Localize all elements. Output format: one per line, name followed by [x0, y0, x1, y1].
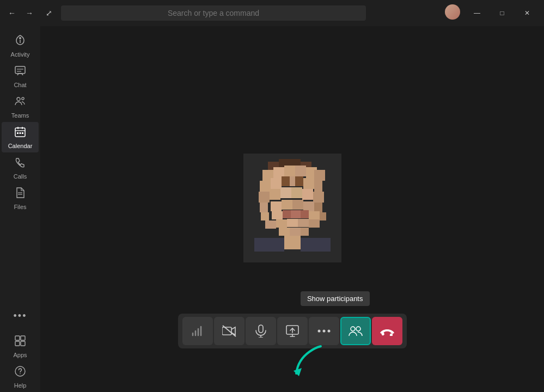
apps-label: Apps	[13, 352, 27, 358]
close-button[interactable]: ✕	[515, 4, 540, 22]
svg-rect-36	[290, 176, 295, 186]
sidebar-item-calls[interactable]: Calls	[2, 152, 39, 183]
files-label: Files	[14, 204, 26, 210]
sidebar: Activity Chat Te	[0, 26, 40, 392]
svg-point-6	[22, 97, 24, 99]
sidebar-item-more[interactable]: •••	[2, 301, 39, 331]
calls-icon	[14, 156, 26, 171]
svg-rect-11	[17, 132, 19, 134]
search-input[interactable]	[61, 5, 366, 21]
activity-icon	[14, 34, 26, 49]
participant-video	[243, 154, 341, 262]
svg-rect-45	[313, 192, 324, 203]
svg-rect-47	[271, 201, 282, 211]
svg-rect-59	[265, 220, 276, 229]
files-icon	[14, 187, 26, 201]
calls-label: Calls	[14, 173, 27, 180]
svg-point-0	[19, 37, 21, 39]
svg-point-84	[356, 327, 360, 331]
svg-rect-50	[303, 201, 314, 211]
back-button[interactable]: ←	[4, 5, 20, 21]
calendar-icon	[14, 126, 26, 140]
svg-rect-41	[270, 189, 280, 200]
svg-rect-65	[290, 228, 301, 236]
svg-rect-30	[295, 166, 306, 176]
svg-rect-55	[291, 210, 301, 218]
svg-rect-57	[309, 211, 320, 219]
svg-rect-35	[282, 176, 290, 186]
svg-rect-32	[314, 170, 325, 181]
titlebar: ← → ⤢ — □ ✕	[0, 0, 544, 26]
svg-rect-12	[20, 132, 21, 134]
forward-button[interactable]: →	[22, 5, 37, 21]
arrow-indicator	[288, 335, 332, 381]
svg-point-21	[20, 373, 21, 374]
participants-tooltip: Show participants	[301, 291, 370, 306]
svg-rect-34	[271, 178, 282, 189]
calendar-label: Calendar	[8, 143, 33, 149]
nav-buttons: ← →	[4, 5, 37, 21]
svg-rect-48	[282, 200, 292, 210]
svg-rect-40	[259, 192, 270, 203]
activity-label: Activity	[11, 51, 30, 58]
participant-container	[243, 154, 341, 265]
svg-rect-49	[292, 200, 303, 210]
svg-rect-16	[15, 336, 20, 340]
svg-rect-67	[254, 238, 284, 252]
svg-point-5	[17, 97, 20, 101]
svg-rect-46	[260, 203, 268, 212]
svg-rect-68	[284, 236, 301, 249]
chat-icon	[14, 65, 26, 79]
svg-rect-2	[15, 66, 25, 74]
end-call-button[interactable]	[372, 317, 402, 345]
svg-rect-18	[15, 341, 20, 346]
svg-rect-17	[21, 336, 25, 340]
window-controls: — □ ✕	[445, 4, 540, 22]
svg-point-82	[327, 330, 330, 333]
sidebar-item-apps[interactable]: Apps	[2, 331, 39, 362]
teams-label: Teams	[11, 112, 29, 119]
sidebar-item-calendar[interactable]: Calendar	[2, 122, 39, 152]
svg-rect-56	[301, 210, 309, 218]
svg-rect-64	[279, 228, 290, 236]
participants-button[interactable]	[340, 317, 371, 345]
svg-rect-33	[260, 181, 271, 192]
sidebar-item-help[interactable]: Help	[2, 362, 39, 392]
sidebar-item-files[interactable]: Files	[2, 183, 39, 213]
svg-rect-60	[276, 219, 287, 228]
chat-label: Chat	[14, 82, 26, 88]
svg-rect-54	[283, 210, 291, 218]
svg-rect-75	[259, 325, 263, 333]
maximize-button[interactable]: □	[490, 4, 515, 22]
svg-rect-61	[287, 219, 298, 227]
svg-rect-42	[280, 187, 291, 198]
avatar	[445, 4, 460, 20]
expand-button[interactable]: ⤢	[41, 5, 57, 21]
svg-rect-51	[314, 203, 322, 212]
signal-button[interactable]	[182, 317, 213, 345]
svg-rect-44	[302, 189, 313, 200]
sidebar-item-teams[interactable]: Teams	[2, 91, 39, 122]
main-layout: Activity Chat Te	[0, 26, 544, 392]
more-icon: •••	[14, 310, 27, 322]
call-area: Show participants	[40, 26, 544, 392]
sidebar-item-activity[interactable]: Activity	[2, 30, 39, 61]
svg-point-83	[351, 327, 355, 331]
video-button[interactable]	[214, 317, 245, 345]
svg-rect-39	[314, 181, 322, 192]
svg-rect-43	[291, 187, 302, 198]
help-label: Help	[14, 382, 27, 389]
svg-rect-69	[301, 238, 331, 252]
svg-point-80	[317, 330, 320, 333]
svg-rect-37	[295, 176, 303, 186]
svg-rect-38	[303, 178, 314, 189]
svg-rect-63	[309, 219, 320, 228]
mic-button[interactable]	[246, 317, 276, 345]
minimize-button[interactable]: —	[464, 4, 490, 22]
sidebar-item-chat[interactable]: Chat	[2, 61, 39, 91]
help-icon	[14, 365, 26, 380]
svg-point-81	[322, 330, 325, 333]
svg-rect-58	[320, 212, 326, 220]
svg-rect-19	[21, 341, 25, 346]
svg-rect-53	[272, 211, 283, 219]
